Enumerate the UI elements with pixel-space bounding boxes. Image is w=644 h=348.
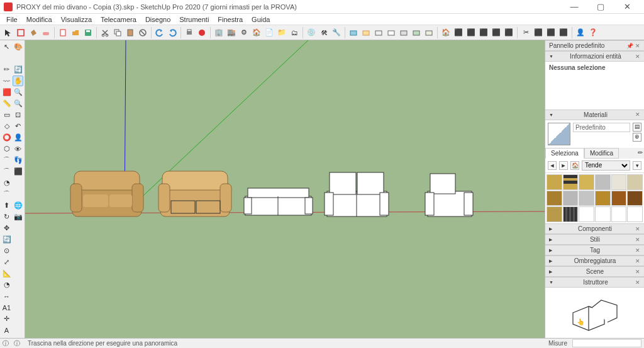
- shadows-header[interactable]: Ombreggiatura✕: [545, 255, 644, 266]
- geo-icon[interactable]: ⓘ: [14, 339, 20, 348]
- close-button[interactable]: ✕: [614, 0, 640, 14]
- make-component-icon[interactable]: [15, 27, 26, 38]
- copy-icon[interactable]: [112, 27, 123, 38]
- paste-icon[interactable]: [125, 27, 136, 38]
- protractor-icon[interactable]: ◔: [1, 279, 12, 290]
- viewport[interactable]: [25, 40, 545, 338]
- polygon-icon[interactable]: ⬡: [1, 143, 12, 154]
- tab-select[interactable]: Seleziona: [545, 148, 584, 159]
- scale-icon[interactable]: ⤢: [1, 257, 12, 267]
- category-select[interactable]: Tende: [582, 160, 630, 171]
- toolbar-icon[interactable]: 📁: [276, 27, 287, 38]
- toolbar-icon[interactable]: 🔧: [331, 27, 342, 38]
- xray-icon[interactable]: [348, 27, 359, 38]
- material-swatch[interactable]: [579, 206, 594, 222]
- toolbar-icon[interactable]: 🗂: [289, 27, 300, 38]
- paint-bucket-icon[interactable]: [28, 27, 39, 38]
- position-camera-icon[interactable]: 👤: [13, 132, 23, 143]
- arc2-icon[interactable]: ⌒: [1, 166, 12, 177]
- cat-back-icon[interactable]: ◄: [548, 161, 557, 170]
- hidden-line-icon[interactable]: [386, 27, 397, 38]
- top-icon[interactable]: ⬛: [453, 27, 464, 38]
- orbit-icon[interactable]: 🔄: [13, 64, 23, 75]
- section-fill-icon[interactable]: ⬛: [558, 27, 569, 38]
- entity-info-header[interactable]: Informazioni entità ✕: [545, 51, 644, 62]
- eraser-icon[interactable]: 🟥: [1, 87, 12, 98]
- pan-icon[interactable]: ✋: [13, 76, 23, 86]
- material-swatch[interactable]: [579, 174, 594, 190]
- section-cut-icon[interactable]: ⬛: [545, 27, 557, 38]
- help-icon[interactable]: ❓: [587, 27, 599, 38]
- pin-icon[interactable]: 📌 ✕: [626, 43, 640, 49]
- menu-file[interactable]: File: [3, 15, 21, 24]
- left-icon[interactable]: ⬛: [503, 27, 514, 38]
- mono-icon[interactable]: [423, 27, 435, 38]
- material-swatch[interactable]: [595, 174, 611, 190]
- new-file-icon[interactable]: [57, 27, 69, 38]
- tape-measure-icon[interactable]: 📐: [1, 268, 12, 279]
- rotated-rect-icon[interactable]: ◇: [1, 121, 12, 132]
- components-header[interactable]: Componenti✕: [545, 223, 644, 234]
- menu-edit[interactable]: Modifica: [23, 15, 56, 24]
- minimize-button[interactable]: ―: [561, 0, 587, 14]
- pie-icon[interactable]: ◔: [1, 177, 12, 188]
- material-swatch[interactable]: [611, 206, 627, 222]
- user-icon[interactable]: 👤: [575, 27, 586, 38]
- material-swatch[interactable]: [627, 206, 643, 222]
- look-around-icon[interactable]: 👁: [13, 143, 23, 154]
- print-icon[interactable]: [184, 27, 195, 38]
- tape-icon[interactable]: 📏: [1, 98, 12, 109]
- menu-help[interactable]: Guida: [248, 15, 274, 24]
- section-icon[interactable]: ✂: [520, 27, 531, 38]
- circle-icon[interactable]: ⭕: [1, 132, 12, 143]
- help-icon[interactable]: ⓘ: [3, 339, 9, 348]
- section-display-icon[interactable]: ⬛: [533, 27, 544, 38]
- material-swatch[interactable]: [627, 174, 643, 190]
- instructor-header[interactable]: Istruttore✕: [545, 277, 644, 288]
- material-swatch[interactable]: [611, 191, 627, 206]
- axes-icon[interactable]: ✛: [1, 313, 12, 324]
- material-swatch[interactable]: [579, 191, 594, 206]
- toolbar-icon[interactable]: 📄: [264, 27, 275, 38]
- previous-icon[interactable]: ↶: [13, 121, 23, 132]
- material-swatch[interactable]: [547, 191, 562, 206]
- toolbar-icon[interactable]: 🛠: [318, 27, 330, 38]
- rotate-icon[interactable]: 🔄: [1, 234, 12, 245]
- zoom-extents-icon[interactable]: ⊡: [13, 109, 23, 120]
- back-icon[interactable]: ⬛: [491, 27, 502, 38]
- measure-input[interactable]: [572, 339, 641, 347]
- follow-icon[interactable]: ↻: [1, 211, 12, 222]
- materials-header[interactable]: Materiali ✕: [545, 109, 644, 120]
- move-icon[interactable]: ✥: [1, 223, 12, 233]
- dimension-icon[interactable]: ↔: [1, 291, 12, 301]
- line-icon[interactable]: ✏: [1, 64, 12, 75]
- freehand-icon[interactable]: 〰: [1, 76, 12, 86]
- styles-header[interactable]: Stili✕: [545, 234, 644, 245]
- offset-icon[interactable]: ⊙: [1, 245, 12, 256]
- shaded-icon[interactable]: [398, 27, 409, 38]
- close-icon[interactable]: ✕: [635, 53, 640, 60]
- shaded-tex-icon[interactable]: [411, 27, 422, 38]
- tab-edit[interactable]: Modifica: [584, 148, 619, 159]
- close-icon[interactable]: ✕: [635, 111, 640, 118]
- scenes-header[interactable]: Scene✕: [545, 266, 644, 277]
- tray-header[interactable]: Pannello predefinito 📌 ✕: [545, 40, 644, 51]
- material-swatch[interactable]: [563, 206, 579, 222]
- text-icon[interactable]: A1: [1, 302, 12, 313]
- toolbar-icon[interactable]: 💿: [306, 27, 317, 38]
- 3dtext-icon[interactable]: A: [1, 325, 12, 335]
- front-icon[interactable]: ⬛: [465, 27, 477, 38]
- undo-icon[interactable]: [154, 27, 165, 38]
- material-swatch[interactable]: [563, 174, 579, 190]
- model-info-icon[interactable]: [196, 27, 208, 38]
- redo-icon[interactable]: [167, 27, 178, 38]
- zoom-icon[interactable]: 🔍: [13, 87, 23, 98]
- material-swatch[interactable]: [563, 191, 579, 206]
- cat-menu-icon[interactable]: ▾: [633, 161, 641, 170]
- layout-icon[interactable]: 🏠: [251, 27, 262, 38]
- paint-icon[interactable]: 🎨: [13, 42, 23, 52]
- material-swatch[interactable]: [611, 174, 627, 190]
- material-swatch[interactable]: [547, 206, 562, 222]
- menu-window[interactable]: Finestra: [214, 15, 247, 24]
- eraser-icon[interactable]: [40, 27, 52, 38]
